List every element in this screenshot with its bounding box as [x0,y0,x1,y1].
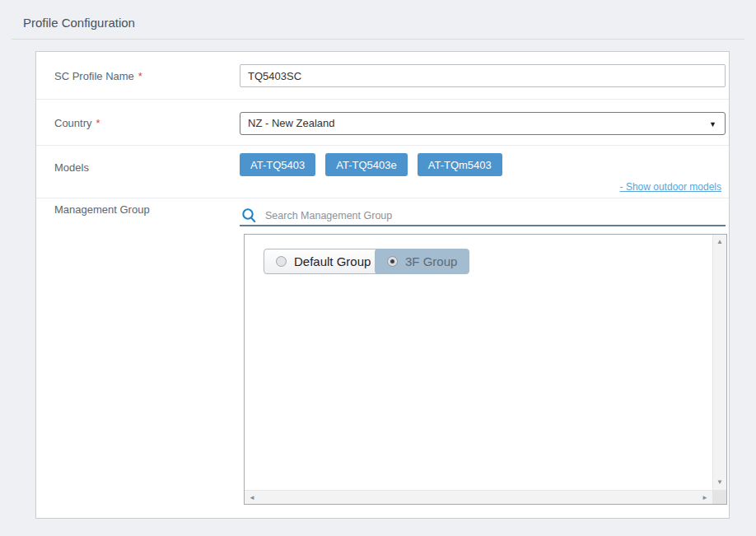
title-divider [12,39,744,40]
model-button-at-tq5403[interactable]: AT-TQ5403 [240,153,315,176]
group-option-label: 3F Group [405,254,457,268]
group-option-default-group[interactable]: Default Group [264,249,383,274]
search-icon [241,207,257,223]
management-group-search [240,205,726,226]
radio-unselected-icon [276,256,287,267]
show-outdoor-models-link[interactable]: - Show outdoor models [620,181,721,193]
sc-profile-name-label: SC Profile Name* [54,70,142,82]
required-asterisk: * [96,117,100,129]
profile-config-card: SC Profile Name* Country* NZ - New Zeala… [35,51,730,519]
row-country: Country* NZ - New Zealand ▼ [36,100,729,146]
row-management-group: Management Group Default Group 3F Group [36,198,729,518]
sc-profile-name-label-text: SC Profile Name [54,70,134,82]
row-sc-profile-name: SC Profile Name* [36,52,729,100]
scroll-up-arrow-icon[interactable]: ▲ [713,239,726,245]
page: Profile Configuration SC Profile Name* C… [0,0,756,536]
vertical-scrollbar[interactable]: ▲ ▼ [712,235,726,490]
models-label-text: Models [54,161,89,174]
management-group-search-input[interactable] [265,207,718,224]
country-label: Country* [54,117,100,129]
model-button-at-tqm5403[interactable]: AT-TQm5403 [418,153,502,176]
country-selected-option: NZ - New Zealand [248,117,334,129]
sc-profile-name-input[interactable] [240,64,726,87]
country-label-text: Country [54,117,92,129]
horizontal-scrollbar[interactable]: ◄ ► [245,490,712,504]
management-group-panel: Default Group 3F Group ▲ ▼ ◄ ► [244,234,727,505]
group-option-label: Default Group [294,254,371,268]
chevron-down-icon: ▼ [709,114,716,135]
management-group-label-text: Management Group [54,203,150,216]
country-select[interactable]: NZ - New Zealand ▼ [240,112,726,135]
scrollbar-corner [712,490,726,504]
radio-selected-icon [387,256,398,267]
scroll-right-arrow-icon[interactable]: ► [702,495,708,501]
management-group-label: Management Group [54,203,150,216]
scroll-left-arrow-icon[interactable]: ◄ [249,495,255,501]
model-button-at-tq5403e[interactable]: AT-TQ5403e [325,153,407,176]
scroll-down-arrow-icon[interactable]: ▼ [713,479,726,486]
group-option-3f-group[interactable]: 3F Group [375,249,469,274]
row-models: Models AT-TQ5403 AT-TQ5403e AT-TQm5403 -… [36,146,729,198]
required-asterisk: * [138,70,142,82]
page-title: Profile Configuration [23,16,135,30]
model-buttons-group: AT-TQ5403 AT-TQ5403e AT-TQm5403 [240,153,502,176]
models-label: Models [54,161,89,174]
